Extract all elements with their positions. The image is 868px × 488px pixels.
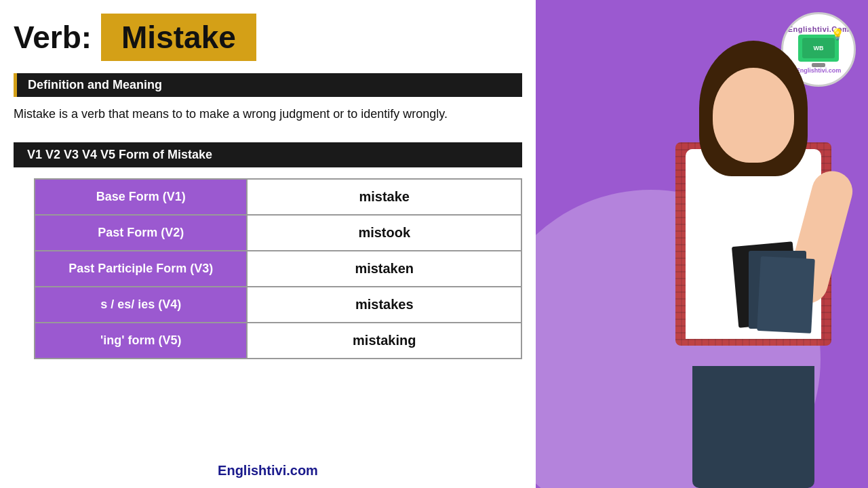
- table-row: s / es/ ies (V4) mistakes: [35, 287, 521, 323]
- form-value-cell: mistaking: [247, 323, 521, 359]
- form-label-cell: s / es/ ies (V4): [35, 287, 247, 323]
- form-value-cell: mistaken: [247, 251, 521, 287]
- logo-bulb-icon: 💡: [831, 28, 844, 41]
- verb-label: Verb:: [14, 19, 92, 56]
- form-label-cell: Base Form (V1): [35, 179, 247, 215]
- v-forms-heading-badge: V1 V2 V3 V4 V5 Form of Mistake: [14, 142, 522, 167]
- book-3: [757, 256, 816, 333]
- right-sidebar: Englishtivi.Com WB 💡 Englishtivi.com: [536, 0, 868, 488]
- person-books: [735, 244, 816, 346]
- main-content: Verb: Mistake Definition and Meaning Mis…: [0, 0, 536, 488]
- form-label-cell: 'ing' form (V5): [35, 323, 247, 359]
- table-row: 'ing' form (V5) mistaking: [35, 323, 521, 359]
- footer-credit: Englishtivi.com: [14, 463, 522, 481]
- form-value-cell: mistake: [247, 179, 521, 215]
- definition-heading-badge: Definition and Meaning: [14, 73, 522, 97]
- form-value-cell: mistakes: [247, 287, 521, 323]
- word-highlight-box: Mistake: [101, 14, 256, 61]
- person-legs: [692, 366, 814, 488]
- table-row: Base Form (V1) mistake: [35, 179, 521, 215]
- table-row: Past Form (V2) mistook: [35, 215, 521, 251]
- person-face: [713, 68, 794, 163]
- table-row: Past Participle Form (V3) mistaken: [35, 251, 521, 287]
- definition-text: Mistake is a verb that means to to make …: [14, 105, 522, 123]
- footer-domain: .com: [286, 463, 318, 478]
- form-label-cell: Past Form (V2): [35, 215, 247, 251]
- form-value-cell: mistook: [247, 215, 521, 251]
- footer-english: Englishtivi: [218, 463, 286, 478]
- student-figure: [625, 41, 868, 488]
- title-row: Verb: Mistake: [14, 14, 522, 61]
- form-label-cell: Past Participle Form (V3): [35, 251, 247, 287]
- verb-forms-table: Base Form (V1) mistake Past Form (V2) mi…: [34, 178, 522, 359]
